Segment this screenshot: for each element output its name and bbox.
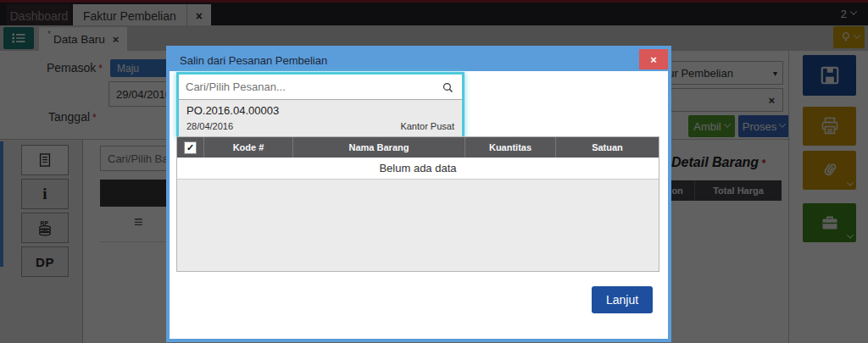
- app-screen: Dashboard Faktur Pembelian × 2 * Data Ba…: [0, 0, 868, 343]
- pesanan-branch: Kantor Pusat: [400, 121, 454, 131]
- pesanan-date: 28/04/2016: [186, 121, 233, 131]
- lanjut-button[interactable]: Lanjut: [592, 286, 653, 313]
- salin-pesanan-modal: Salin dari Pesanan Pembelian × PO.2016.0…: [166, 46, 671, 342]
- pesanan-items-table: ✓ Kode # Nama Barang Kuantitas Satuan Be…: [176, 136, 659, 272]
- search-icon[interactable]: [441, 80, 455, 95]
- pesanan-result-item[interactable]: PO.2016.04.00003 28/04/2016 Kantor Pusat: [179, 100, 462, 136]
- pesanan-table-header: ✓ Kode # Nama Barang Kuantitas Satuan: [177, 137, 659, 158]
- modal-close-button[interactable]: ×: [639, 49, 668, 69]
- modal-title: Salin dari Pesanan Pembelian: [180, 54, 327, 67]
- close-icon: ×: [650, 53, 657, 66]
- column-nama-barang: Nama Barang: [293, 137, 465, 158]
- pesanan-search-input[interactable]: [179, 75, 462, 100]
- column-kuantitas: Kuantitas: [465, 137, 556, 158]
- select-all-checkbox[interactable]: ✓: [184, 141, 197, 154]
- modal-header: Salin dari Pesanan Pembelian: [170, 49, 668, 71]
- pesanan-number: PO.2016.04.00003: [186, 104, 454, 117]
- column-satuan: Satuan: [556, 137, 659, 158]
- empty-state-text: Belum ada data: [177, 158, 659, 180]
- column-kode: Kode #: [204, 137, 293, 158]
- pesanan-combobox: PO.2016.04.00003 28/04/2016 Kantor Pusat: [176, 72, 465, 139]
